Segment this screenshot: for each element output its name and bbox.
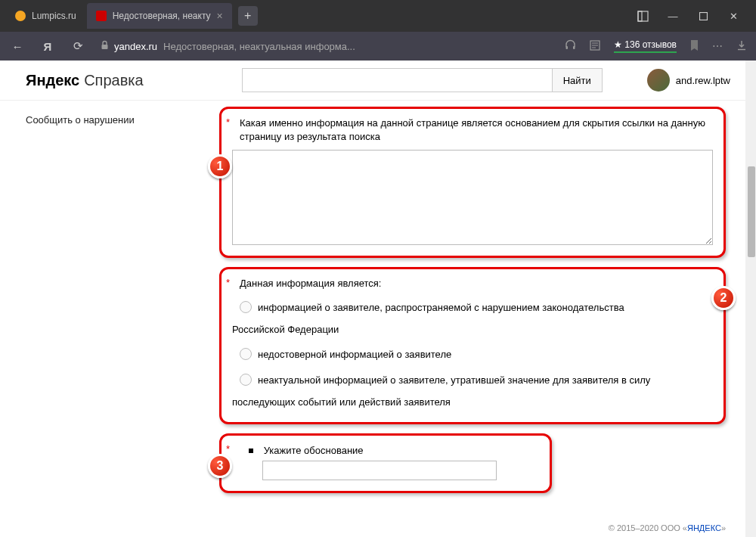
radio-option-1-label: информацией о заявителе, распространяемо…: [258, 299, 624, 316]
sidebar-toggle-icon[interactable]: [635, 8, 650, 23]
svg-rect-4: [565, 46, 568, 49]
minimize-button[interactable]: —: [665, 8, 680, 23]
scrollbar-thumb[interactable]: [748, 166, 755, 257]
bookmark-icon[interactable]: [690, 40, 699, 53]
question-3-row: Укажите обоснование: [249, 445, 539, 456]
radio-icon: [240, 301, 252, 313]
reviews-badge[interactable]: ★ 136 отзывов: [614, 39, 677, 53]
bullet-icon: [249, 449, 253, 453]
search-input[interactable]: [242, 68, 552, 92]
browser-tab-strip: Lumpics.ru Недостоверная, неакту × + — ✕: [0, 0, 756, 32]
question-1-label: Какая именно информация на данной страни…: [240, 116, 713, 144]
question-3-box: 3 * Укажите обоснование: [219, 433, 552, 493]
svg-rect-0: [638, 11, 648, 21]
radio-option-1[interactable]: информацией о заявителе, распространяемо…: [240, 299, 713, 316]
required-star-icon: *: [226, 443, 230, 455]
yandex-home-icon[interactable]: Я: [39, 40, 56, 53]
logo-yandex[interactable]: Яндекс: [26, 72, 79, 89]
question-3-input[interactable]: [262, 461, 497, 480]
maximize-button[interactable]: [696, 8, 711, 23]
svg-rect-5: [573, 46, 575, 49]
radio-icon: [240, 348, 252, 360]
tab-label: Недостоверная, неакту: [113, 11, 211, 21]
tab-lumpics[interactable]: Lumpics.ru: [6, 3, 85, 29]
username: and.rew.lptw: [676, 75, 730, 86]
reader-mode-icon[interactable]: [590, 40, 600, 53]
radio-option-1-label-cont: Российской Федерации: [232, 321, 713, 338]
downloads-icon[interactable]: [736, 40, 747, 53]
annotation-badge-2: 2: [711, 286, 736, 310]
search-form: Найти: [242, 68, 603, 92]
reload-button[interactable]: ⟳: [70, 39, 86, 53]
question-3-label: Укажите обоснование: [264, 445, 364, 456]
logo-spravka[interactable]: Справка: [84, 72, 143, 89]
question-2-label: Данная информация является:: [240, 277, 713, 290]
scrollbar-track[interactable]: [745, 61, 756, 537]
headphones-icon[interactable]: [565, 39, 576, 53]
footer-yandex-link[interactable]: ЯНДЕКС: [687, 523, 721, 532]
radio-icon: [240, 374, 252, 386]
question-1-box: 1 * Какая именно информация на данной ст…: [219, 107, 726, 258]
sidebar: Сообщить о нарушении: [0, 101, 219, 536]
question-2-box: 2 * Данная информация является: информац…: [219, 267, 726, 424]
svg-rect-2: [699, 12, 707, 20]
required-star-icon: *: [226, 277, 230, 288]
radio-option-3-label-cont: последующих событий или действий заявите…: [232, 393, 713, 411]
url-host[interactable]: yandex.ru: [114, 41, 157, 52]
required-star-icon: *: [226, 116, 230, 128]
url-title: Недостоверная, неактуальная информа...: [163, 41, 355, 52]
tab-label: Lumpics.ru: [32, 11, 76, 21]
svg-rect-1: [638, 11, 642, 21]
window-controls: — ✕: [635, 8, 750, 23]
menu-icon[interactable]: ⋯: [712, 40, 723, 52]
radio-option-2-label: недостоверной информацией о заявителе: [258, 346, 451, 363]
search-button[interactable]: Найти: [552, 68, 603, 92]
favicon-lumpics-icon: [15, 11, 26, 21]
close-window-button[interactable]: ✕: [726, 8, 741, 23]
close-tab-icon[interactable]: ×: [217, 10, 223, 22]
back-button[interactable]: ←: [9, 40, 26, 53]
annotation-badge-1: 1: [208, 154, 232, 178]
avatar: [647, 69, 670, 92]
radio-option-3[interactable]: неактуальной информацией о заявителе, ут…: [240, 371, 713, 389]
annotation-badge-3: 3: [208, 454, 232, 478]
footer-copyright: © 2015–2020 ООО «ЯНДЕКС»: [609, 523, 726, 532]
address-bar: ← Я ⟳ yandex.ru Недостоверная, неактуаль…: [0, 32, 756, 61]
question-1-textarea[interactable]: [232, 150, 713, 245]
sidebar-item-report[interactable]: Сообщить о нарушении: [26, 114, 219, 126]
new-tab-button[interactable]: +: [238, 6, 258, 26]
user-block[interactable]: and.rew.lptw: [647, 69, 730, 92]
radio-option-2[interactable]: недостоверной информацией о заявителе: [240, 346, 713, 363]
main-form: 1 * Какая именно информация на данной ст…: [219, 101, 756, 536]
svg-rect-3: [102, 45, 108, 49]
favicon-yandex-icon: [96, 11, 107, 21]
radio-option-3-label: неактуальной информацией о заявителе, ут…: [258, 371, 650, 389]
lock-icon: [100, 39, 110, 53]
page-header: Яндекс Справка Найти and.rew.lptw: [0, 61, 756, 101]
tab-yandex-help[interactable]: Недостоверная, неакту ×: [87, 3, 232, 29]
page-content: Яндекс Справка Найти and.rew.lptw Сообщи…: [0, 61, 756, 537]
